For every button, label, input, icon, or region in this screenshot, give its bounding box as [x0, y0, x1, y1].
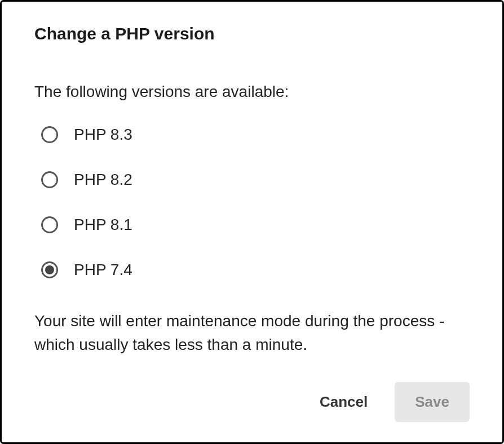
radio-label: PHP 8.2: [74, 171, 132, 189]
change-php-dialog: Change a PHP version The following versi…: [0, 0, 504, 444]
radio-option-php-8-3[interactable]: PHP 8.3: [41, 126, 470, 144]
radio-label: PHP 8.1: [74, 216, 132, 234]
radio-icon: [41, 126, 58, 143]
dialog-title: Change a PHP version: [34, 24, 470, 43]
radio-option-php-8-1[interactable]: PHP 8.1: [41, 216, 470, 234]
radio-icon-selected: [41, 261, 58, 278]
dialog-actions: Cancel Save: [34, 382, 470, 422]
radio-option-php-8-2[interactable]: PHP 8.2: [41, 171, 470, 189]
radio-label: PHP 7.4: [74, 261, 132, 279]
radio-icon: [41, 171, 58, 188]
radio-option-php-7-4[interactable]: PHP 7.4: [41, 261, 470, 279]
intro-text: The following versions are available:: [34, 83, 470, 101]
radio-label: PHP 8.3: [74, 126, 132, 144]
radio-icon: [41, 216, 58, 233]
cancel-button[interactable]: Cancel: [308, 383, 379, 421]
maintenance-note: Your site will enter maintenance mode du…: [34, 309, 470, 357]
php-version-radio-group: PHP 8.3 PHP 8.2 PHP 8.1 PHP 7.4: [34, 126, 470, 279]
save-button[interactable]: Save: [395, 382, 470, 422]
